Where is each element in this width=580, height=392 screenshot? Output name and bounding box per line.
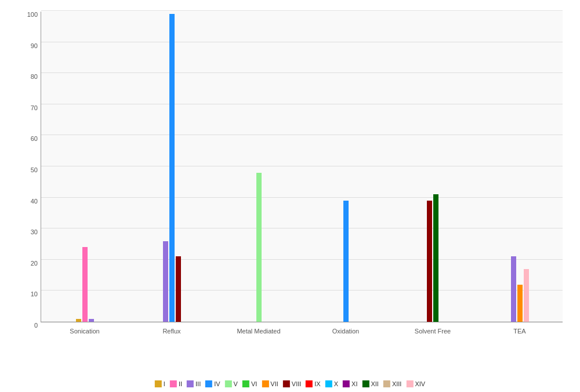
- legend-label-IV: IV: [214, 380, 220, 387]
- x-category-label: Oxidation: [332, 328, 359, 335]
- legend-color-XIII: [383, 380, 390, 387]
- legend-item-II: II: [170, 380, 182, 387]
- bar-XII-SolventFree: [433, 194, 438, 322]
- y-tick-label: 20: [31, 260, 41, 267]
- x-category-label: Reflux: [162, 328, 180, 335]
- grid-line: [41, 42, 563, 42]
- legend-item-VI: VI: [242, 380, 257, 387]
- grid-line: [41, 104, 563, 104]
- legend-label-XIV: XIV: [415, 380, 425, 387]
- legend-color-XI: [343, 380, 350, 387]
- legend-color-XIV: [406, 380, 413, 387]
- y-tick-label: 50: [31, 166, 41, 173]
- legend-label-I: I: [164, 380, 165, 387]
- legend-item-III: III: [187, 380, 201, 387]
- legend-label-VII: VII: [270, 380, 278, 387]
- bar-IV-Oxidation: [343, 201, 349, 322]
- legend-item-XII: XII: [362, 380, 378, 387]
- bar-V-MetalMediated: [256, 173, 262, 322]
- bar-III-Sonication: [89, 319, 94, 322]
- legend-label-VI: VI: [251, 380, 257, 387]
- x-category-label: Metal Mediated: [237, 328, 280, 335]
- x-category-label: Solvent Free: [415, 328, 451, 335]
- legend-label-V: V: [234, 380, 238, 387]
- y-tick-label: 60: [31, 135, 41, 142]
- bar-III-Reflux: [163, 241, 168, 322]
- x-category-label: TEA: [513, 328, 525, 335]
- bar-VII-TEA: [517, 285, 523, 322]
- legend-item-VIII: VIII: [283, 380, 302, 387]
- legend-item-X: X: [325, 380, 338, 387]
- legend-item-IV: IV: [205, 380, 220, 387]
- bar-VIII-Reflux: [176, 256, 181, 322]
- y-tick-label: 0: [34, 322, 41, 329]
- y-tick-label: 80: [31, 73, 41, 80]
- grid-line: [41, 228, 563, 228]
- legend-color-III: [187, 380, 194, 387]
- legend-color-XII: [362, 380, 369, 387]
- bar-VIII-SolventFree: [427, 201, 432, 322]
- legend-label-II: II: [179, 380, 182, 387]
- y-tick-label: 10: [31, 291, 41, 297]
- y-tick-label: 40: [31, 198, 41, 205]
- legend-label-XIII: XIII: [392, 380, 402, 387]
- y-tick-label: 100: [27, 11, 41, 18]
- legend-color-VIII: [283, 380, 290, 387]
- legend-color-IX: [306, 380, 313, 387]
- legend-color-I: [155, 380, 162, 387]
- grid-line: [41, 166, 563, 166]
- chart-area: 0102030405060708090100SonicationRefluxMe…: [41, 12, 563, 322]
- bar-XIV-TEA: [524, 269, 529, 322]
- legend-label-III: III: [195, 380, 201, 387]
- grid-line: [41, 259, 563, 260]
- bar-II-Sonication: [82, 247, 88, 322]
- legend-label-VIII: VIII: [292, 380, 302, 387]
- legend: IIIIIIIVVVIVIIVIIIIXXXIXIIXIIIXIV: [155, 380, 425, 387]
- legend-color-V: [225, 380, 232, 387]
- legend-color-II: [170, 380, 177, 387]
- grid-line: [41, 321, 563, 322]
- legend-color-IV: [205, 380, 212, 387]
- legend-item-VII: VII: [262, 380, 278, 387]
- y-tick-label: 30: [31, 228, 41, 235]
- grid-line: [41, 290, 563, 291]
- legend-item-XIII: XIII: [383, 380, 402, 387]
- legend-item-XIV: XIV: [406, 380, 425, 387]
- y-tick-label: 90: [31, 42, 41, 49]
- legend-label-XII: XII: [371, 380, 378, 387]
- legend-item-IX: IX: [306, 380, 320, 387]
- bar-IV-Reflux: [169, 14, 175, 322]
- bar-I-Sonication: [76, 319, 81, 322]
- legend-item-XI: XI: [343, 380, 357, 387]
- legend-label-IX: IX: [314, 380, 320, 387]
- legend-label-X: X: [334, 380, 338, 387]
- grid-line: [41, 135, 563, 135]
- legend-color-VII: [262, 380, 269, 387]
- x-category-label: Sonication: [70, 328, 99, 335]
- legend-color-VI: [242, 380, 249, 387]
- legend-label-XI: XI: [351, 380, 357, 387]
- legend-item-I: I: [155, 380, 165, 387]
- chart-container: 0102030405060708090100SonicationRefluxMe…: [0, 0, 580, 392]
- bar-III-TEA: [511, 256, 516, 322]
- grid-line: [41, 10, 563, 11]
- grid-line: [41, 197, 563, 198]
- y-tick-label: 70: [31, 104, 41, 111]
- legend-item-V: V: [225, 380, 238, 387]
- legend-color-X: [325, 380, 332, 387]
- grid-line: [41, 72, 563, 73]
